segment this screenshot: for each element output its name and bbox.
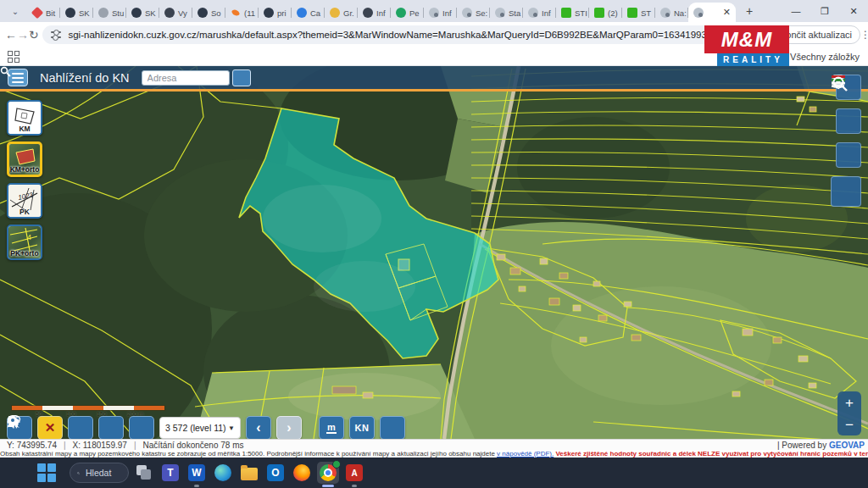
locate-button[interactable] <box>98 416 124 439</box>
browser-tab[interactable]: SK <box>60 3 93 22</box>
tab-label: Pe <box>409 8 420 18</box>
browser-tab[interactable]: pri <box>259 3 292 22</box>
browser-tab[interactable]: STI <box>556 3 589 22</box>
apps-grid-icon[interactable] <box>8 51 19 63</box>
tab-label: Bit <box>46 8 55 18</box>
tab-label: Vy <box>178 8 187 18</box>
search-icon <box>77 469 80 478</box>
zoom-out-button[interactable]: − <box>845 418 854 432</box>
map-canvas[interactable]: Nahlížení do KN KM KM+orto <box>0 66 868 439</box>
address-search-button[interactable] <box>232 69 251 86</box>
browser-tab[interactable]: Ca <box>292 3 325 22</box>
browser-tab[interactable]: Gr. <box>325 3 358 22</box>
active-tab[interactable]: ✕ <box>688 3 736 22</box>
browser-tab[interactable]: Vy <box>159 3 192 22</box>
globe-dark-favicon-icon <box>65 8 75 18</box>
mm-logo-top: M&M <box>704 25 789 53</box>
chrome-button[interactable] <box>317 462 339 484</box>
forward-button[interactable]: → <box>17 24 29 46</box>
browser-tab[interactable]: (11 <box>225 3 259 22</box>
layer-button-km-orto[interactable]: KM+orto <box>7 141 42 177</box>
browser-tab[interactable]: Inf <box>358 3 391 22</box>
word-button[interactable]: W <box>186 462 208 484</box>
task-view-button[interactable] <box>133 462 155 484</box>
diamond-favicon-icon <box>31 7 43 19</box>
new-tab-button[interactable]: + <box>739 3 760 19</box>
aerial-map-image <box>0 66 868 439</box>
browser-tab[interactable]: SK <box>126 3 159 22</box>
browser-tab[interactable]: Inf <box>523 3 556 22</box>
layer-label: KM+orto <box>9 165 40 174</box>
print-button[interactable] <box>836 108 861 134</box>
circle-dark-favicon-icon <box>363 8 373 18</box>
address-bar[interactable]: sgi-nahlizenidokn.cuzk.gov.cz/marushka/d… <box>42 25 754 44</box>
layer-button-pk-orto[interactable]: 4 PK+orto <box>7 225 42 260</box>
file-explorer-button[interactable] <box>238 462 260 484</box>
back-button[interactable]: ← <box>5 24 17 46</box>
sphere-favicon-icon <box>429 8 439 18</box>
coordinate-x: X: 1180159.97 <box>73 441 127 450</box>
history-back-button[interactable]: ‹ <box>246 416 271 439</box>
browser-tab[interactable]: So <box>192 3 225 22</box>
browser-tab[interactable]: Na: <box>655 3 688 22</box>
taskbar-search[interactable] <box>70 463 129 483</box>
tab-label: pri <box>277 8 287 18</box>
browser-tab[interactable]: Inf <box>424 3 457 22</box>
history-forward-button[interactable]: › <box>276 416 302 439</box>
mm-logo-bottom: REALITY <box>717 53 789 66</box>
tab-label: ST <box>641 8 651 18</box>
active-tab-favicon-icon <box>693 8 704 18</box>
start-button[interactable] <box>36 462 58 484</box>
outlook-button[interactable]: O <box>264 462 287 484</box>
taskbar-search-input[interactable] <box>84 467 121 479</box>
browser-tab[interactable]: Bit <box>27 3 60 22</box>
tab-label: (2) <box>608 8 618 18</box>
browser-tab[interactable]: Se: <box>457 3 490 22</box>
pin-button[interactable] <box>129 416 154 439</box>
url-text[interactable]: sgi-nahlizenidokn.cuzk.gov.cz/marushka/d… <box>68 30 745 40</box>
tab-search-chevron-icon[interactable]: ⌄ <box>5 3 25 19</box>
teams-button[interactable]: T <box>159 462 181 484</box>
map-search-button[interactable] <box>831 176 861 207</box>
browser-tab[interactable]: Stu <box>93 3 126 22</box>
measure-button[interactable]: m <box>319 416 344 439</box>
notice-text-1: Obsah katastrální mapy a mapy pozemkovéh… <box>0 450 497 458</box>
sphere-favicon-icon <box>528 8 538 18</box>
tooltip-balloon-button[interactable] <box>380 416 405 439</box>
circle-gray-favicon-icon <box>98 8 108 18</box>
tab-label: Ca <box>310 8 320 18</box>
scale-level-dropdown[interactable]: 3 572 (level 11) ▼ <box>159 417 241 439</box>
geovap-link[interactable]: GEOVAP <box>829 441 865 450</box>
tab-close-icon[interactable]: ✕ <box>723 8 731 17</box>
reload-button[interactable]: ↻ <box>29 24 39 46</box>
layer-button-pk[interactable]: 1023 PK <box>7 183 42 219</box>
task-view-icon <box>136 465 152 480</box>
app-title: Nahlížení do KN <box>40 71 130 85</box>
legend-button[interactable] <box>836 142 861 168</box>
powered-by: | Powered by GEOVAP <box>777 441 865 450</box>
edge-button[interactable] <box>212 462 234 484</box>
layer-switcher: KM KM+orto 1023 PK 4 PK+orto <box>7 100 42 260</box>
browser-tab[interactable]: ST <box>622 3 655 22</box>
window-controls: — ❐ ✕ <box>782 0 868 22</box>
zoom-in-button[interactable]: + <box>845 396 854 410</box>
window-minimize-button[interactable]: — <box>782 0 810 22</box>
acrobat-button[interactable]: A <box>343 462 365 484</box>
help-pdf-link[interactable]: v nápovědě (PDF). <box>497 450 554 458</box>
browser-menu-icon[interactable]: ⋮ <box>860 29 868 41</box>
window-close-button[interactable]: ✕ <box>839 0 868 22</box>
tab-label: Gr. <box>343 8 354 18</box>
layer-label: KM <box>8 125 41 133</box>
kn-info-button[interactable]: KN <box>349 416 375 439</box>
browser-tab[interactable]: (2) <box>589 3 622 22</box>
site-info-icon[interactable] <box>51 30 62 40</box>
sphere-favicon-icon <box>495 8 505 18</box>
address-search-input[interactable] <box>142 70 230 86</box>
select-area-button[interactable] <box>68 416 93 439</box>
window-maximize-button[interactable]: ❐ <box>810 0 839 22</box>
browser-tab[interactable]: Pe <box>391 3 424 22</box>
clear-selection-button[interactable]: ✕ <box>37 416 63 439</box>
firefox-button[interactable] <box>291 462 313 484</box>
browser-tab[interactable]: Sta <box>490 3 523 22</box>
layer-button-km[interactable]: KM <box>7 100 42 136</box>
